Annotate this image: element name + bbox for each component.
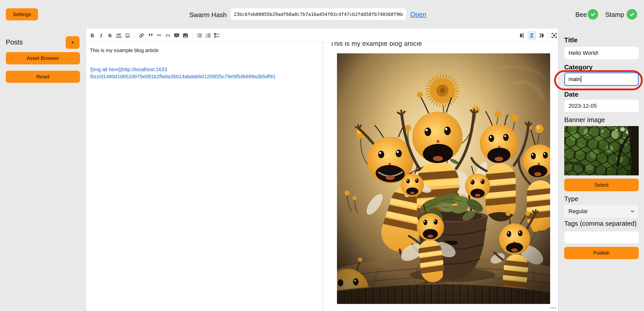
toolbar-format-group: B I S HR TITL </> {=} <> 123 (89, 28, 220, 42)
editor-image-markdown-line2: /bzz/d1480d10652d975e091b2ffa0a35614abda… (90, 73, 316, 80)
preview-view-icon[interactable] (538, 32, 545, 39)
tags-label: Tags (comma separated) (564, 220, 639, 227)
preview-heading: This is my example blog article (330, 42, 558, 48)
title-input[interactable] (564, 47, 639, 59)
split-view-icon[interactable] (527, 31, 536, 40)
type-select-value: Regular (569, 208, 588, 215)
title-icon[interactable]: TITL (124, 32, 131, 39)
strikethrough-icon[interactable]: S (107, 32, 113, 39)
toolbar-separator (192, 32, 193, 39)
bee-status-label: Bee (575, 11, 587, 19)
stamp-status-label: Stamp (605, 11, 624, 19)
task-list-icon[interactable] (214, 32, 220, 39)
editor-line: This is my example blog article (90, 47, 316, 54)
chevron-down-icon (630, 209, 635, 214)
category-input[interactable] (564, 72, 639, 86)
toolbar-separator (548, 32, 548, 39)
banner-image-thumbnail[interactable] (564, 126, 639, 175)
preview-pane: This is my example blog article (323, 42, 558, 311)
toolbar-separator (134, 32, 135, 39)
preview-resize-handle[interactable]: ··· (550, 305, 557, 311)
publish-button[interactable]: Publish (564, 247, 639, 259)
reset-button[interactable]: Reset (6, 71, 80, 83)
italic-icon[interactable]: I (98, 32, 104, 39)
select-banner-button[interactable]: Select (564, 179, 639, 191)
blog-image (337, 53, 550, 304)
tags-input[interactable] (564, 231, 639, 243)
settings-button[interactable]: Settings (6, 8, 38, 20)
category-label: Category (564, 63, 639, 71)
bold-icon[interactable]: B (89, 32, 96, 39)
editor-image-markdown-line1: ![img alt here](http://localhost:1633 (90, 66, 316, 73)
fullscreen-icon[interactable] (551, 32, 557, 39)
bullet-list-icon[interactable] (196, 32, 203, 39)
title-label: Title (564, 36, 639, 44)
svg-text:3: 3 (206, 36, 207, 38)
quote-icon[interactable] (147, 32, 154, 39)
markdown-editor[interactable]: This is my example blog article ![img al… (86, 42, 322, 311)
editor-view-icon[interactable] (519, 32, 525, 39)
image-icon[interactable] (182, 32, 189, 39)
posts-heading: Posts (6, 38, 23, 46)
toolbar-view-group (519, 28, 557, 42)
add-post-button[interactable]: + (66, 36, 80, 49)
comment-code-icon[interactable]: <> (173, 32, 180, 39)
bee-check-icon (588, 9, 598, 20)
ordered-list-icon[interactable]: 123 (205, 32, 211, 39)
date-label: Date (564, 91, 639, 98)
type-select[interactable]: Regular (564, 205, 639, 218)
date-input[interactable] (564, 100, 639, 112)
code-block-icon[interactable]: {=} (165, 32, 171, 39)
panel-divider (558, 28, 559, 311)
svg-text:<>: <> (175, 34, 178, 36)
asset-browser-button[interactable]: Asset Browser (6, 52, 80, 64)
stamp-check-icon (627, 9, 637, 20)
open-link[interactable]: Open (410, 11, 426, 18)
category-field-wrap (564, 72, 639, 86)
hr-icon[interactable]: HR (116, 32, 122, 39)
text-caret (581, 76, 581, 83)
type-label: Type (564, 195, 639, 203)
banner-image-label: Banner image (564, 116, 639, 124)
code-icon[interactable]: </> (156, 32, 162, 39)
swarm-hash-label: Swarm Hash (189, 11, 227, 19)
swarm-hash-input[interactable] (231, 8, 406, 20)
link-icon[interactable] (138, 32, 145, 39)
banner-foliage-image (564, 126, 639, 175)
